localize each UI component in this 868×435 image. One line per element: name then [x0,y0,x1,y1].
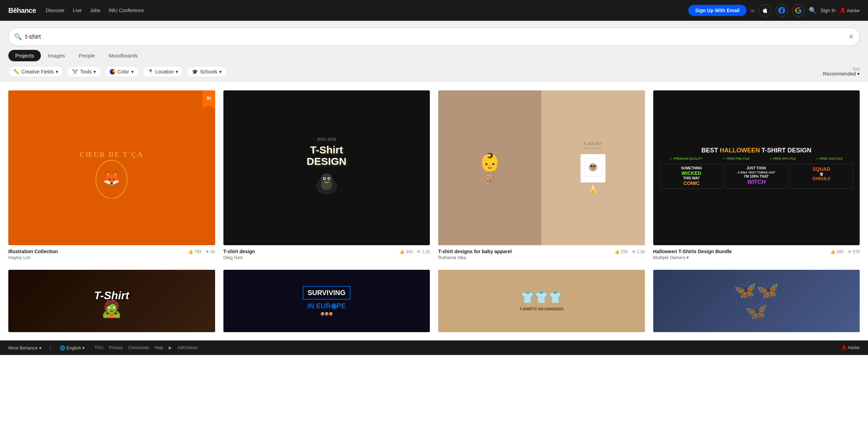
nav-actions: Sign Up With Email or 🔍 Sign In Adobe [688,4,860,17]
project-title-2: T-shirt design [223,249,255,254]
signin-link[interactable]: Sign In [821,8,836,13]
project-thumb-3: 👶 🐒 t-shirtDESIGNS [438,90,645,245]
filter-bar: ✏️ Creative Fields ▾ ✂️ Tools ▾ Color ▾ … [0,61,868,82]
color-filter[interactable]: Color ▾ [105,66,139,77]
tou-link[interactable]: TOU [95,345,103,350]
nav-discover[interactable]: Discover [46,8,64,13]
views-3: 👁 2.2k [632,249,645,254]
project-thumb-2: 2015–2019 T-ShirtDESIGN [223,90,430,245]
svg-point-13 [592,168,594,169]
svg-point-11 [591,165,593,167]
nav-live[interactable]: Live [73,8,82,13]
project-card-1[interactable]: Ai CŒUR DE T'ÇA 🦊 I [8,90,215,261]
more-behance-dropdown[interactable]: More Behance ▾ [8,345,42,350]
project-thumb-6: SURVIVING IN EUR◉PE 📦📦📦 [223,270,430,332]
community-link[interactable]: Community [128,345,149,350]
svg-point-10 [589,163,597,171]
or-text: or [751,8,755,13]
project-thumb-8: 🦋🦋 🦋 [653,270,860,332]
nav-links: Discover Live Jobs 99U Conference [46,8,679,13]
schools-chevron: ▾ [219,69,222,74]
tools-chevron: ▾ [94,69,96,74]
more-behance-label: More Behance [8,345,38,350]
likes-4: 👍 280 [830,249,843,254]
project-thumb-7: 👕👕👕 T-SHIRTS ON HANGERS [438,270,645,332]
tools-filter[interactable]: ✂️ Tools ▾ [67,66,101,77]
location-filter[interactable]: 📍 Location ▾ [142,66,184,77]
project-card-6[interactable]: SURVIVING IN EUR◉PE 📦📦📦 [223,270,430,332]
project-card-3[interactable]: 👶 🐒 t-shirtDESIGNS [438,90,645,261]
search-icon: 🔍 [14,33,22,41]
apple-signin-button[interactable] [759,4,771,17]
sort-label: Sort [853,67,860,71]
project-card-8[interactable]: 🦋🦋 🦋 [653,270,860,332]
adchoices-icon: ▶ [169,345,172,350]
project-card-5[interactable]: · · T-Shirt 🧟 [8,270,215,332]
project-info-2: T-shirt design Oleg Gert 👍 343 👁 1.2k [223,245,430,261]
project-card-4[interactable]: BEST HALLOWEEN T-SHIRT DESIGN ✓ PREMIUM … [653,90,860,261]
likes-3: 👍 258 [614,249,628,254]
views-2: 👁 1.2k [417,249,430,254]
privacy-link[interactable]: Privacy [109,345,122,350]
adchoices-link[interactable]: AdChoices [177,345,197,350]
help-link[interactable]: Help [155,345,163,350]
tab-people[interactable]: People [72,50,102,61]
search-nav-icon[interactable]: 🔍 [809,7,816,14]
more-behance-chevron: ▾ [39,345,42,350]
google-signin-button[interactable] [792,4,805,17]
search-section: 🔍 ✕ Projects Images People Moodboards [0,21,868,61]
tab-moodboards[interactable]: Moodboards [102,50,144,61]
search-input[interactable] [25,33,849,41]
footer-adobe-text: Adobe [848,345,860,350]
project-info-3: T-shirt designs for baby apparel Rutheni… [438,245,645,261]
likes-2: 👍 343 [399,249,413,254]
project-stats-4: 👍 280 👁 978 [830,249,860,254]
svg-point-9 [328,178,329,179]
nav-conference[interactable]: 99U Conference [109,8,144,13]
project-card-7[interactable]: 👕👕👕 T-SHIRTS ON HANGERS [438,270,645,332]
svg-text:CŒUR DE T'ÇA: CŒUR DE T'ÇA [80,151,144,159]
main-content: Ai CŒUR DE T'ÇA 🦊 I [0,82,868,340]
signup-button[interactable]: Sign Up With Email [688,5,746,16]
svg-point-5 [321,180,332,190]
projects-bottom-row: · · T-Shirt 🧟 SURVIVING IN EUR◉PE 📦📦📦 [8,270,860,332]
svg-point-8 [324,178,325,179]
project-info-1: Illustration Collection Hayley Lim 👍 799… [8,245,215,261]
globe-icon: 🌐 [60,345,65,350]
schools-label: Schools [200,69,217,74]
sort-chevron: ▾ [857,71,860,77]
sort-value-text: Recommended [823,71,856,77]
creative-fields-label: Creative Fields [21,69,54,74]
views-4: 👁 978 [848,249,860,254]
footer-adobe: Adobe [841,345,860,350]
language-dropdown[interactable]: 🌐 English ▾ [60,345,85,350]
color-label: Color [117,69,129,74]
multiple-owners-arrow: ▾ [687,255,689,260]
project-thumb-1: Ai CŒUR DE T'ÇA 🦊 [8,90,215,245]
project-info-4: Halloween T-Shirts Design Bundle Multipl… [653,245,860,261]
location-chevron: ▾ [176,69,178,74]
clear-search-icon[interactable]: ✕ [849,33,854,41]
sort-dropdown[interactable]: Recommended ▾ [823,71,860,77]
footer-divider-1: | [50,345,51,351]
color-icon [110,69,115,74]
tab-images[interactable]: Images [41,50,72,61]
navbar: Bēhance Discover Live Jobs 99U Conferenc… [0,0,868,21]
tools-label: Tools [80,69,91,74]
nav-jobs[interactable]: Jobs [90,8,100,13]
svg-point-12 [593,165,595,167]
brand-logo: Bēhance [8,7,36,15]
views-1: 👁 5k [205,249,215,254]
creative-fields-filter[interactable]: ✏️ Creative Fields ▾ [8,66,63,77]
ai-badge: Ai [203,90,215,106]
tab-projects[interactable]: Projects [8,50,41,61]
adobe-text: Adobe [847,8,860,13]
facebook-signin-button[interactable] [776,4,788,17]
project-stats-1: 👍 799 👁 5k [188,249,215,254]
footer: More Behance ▾ | 🌐 English ▾ TOU Privacy… [0,340,868,355]
search-bar: 🔍 ✕ [8,28,860,46]
project-stats-3: 👍 258 👁 2.2k [614,249,645,254]
schools-filter[interactable]: 🎓 Schools ▾ [187,66,227,77]
project-card-2[interactable]: 2015–2019 T-ShirtDESIGN [223,90,430,261]
search-tabs: Projects Images People Moodboards [8,46,860,61]
